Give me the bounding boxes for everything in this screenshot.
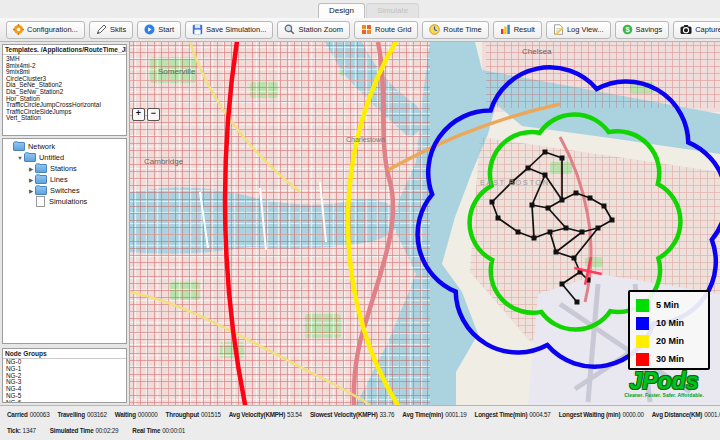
status-timers-row: Tick:1347Simulated Time00:02:29Real Time… xyxy=(0,423,720,438)
magnifier-icon xyxy=(284,24,295,35)
node-group-item[interactable]: NG-1 xyxy=(3,366,126,373)
log-view-button[interactable]: Log View... xyxy=(546,21,611,39)
network-station-node[interactable] xyxy=(560,156,565,161)
skits-button[interactable]: Skits xyxy=(89,21,133,39)
expander-closed-icon[interactable]: ▶ xyxy=(27,188,35,194)
tree-item-simulations[interactable]: Simulations xyxy=(3,196,126,207)
folder-icon xyxy=(35,164,47,173)
capture-screen-button[interactable]: Capture Screen xyxy=(673,21,720,39)
legend-label: 5 Min xyxy=(656,300,679,310)
toolbar: Configuration...SkitsStartSave Simulatio… xyxy=(0,18,720,42)
grid-icon xyxy=(361,24,372,35)
network-station-node[interactable] xyxy=(546,206,551,211)
node-group-item[interactable]: NG-0 xyxy=(3,359,126,366)
toolbar-button-label: Result xyxy=(514,25,535,34)
tree-item-label: Lines xyxy=(50,175,68,184)
templates-header: Templates. /Applications/RouteTime_JPo..… xyxy=(3,45,126,55)
start-button[interactable]: Start xyxy=(137,21,181,39)
map-label: Cambridge xyxy=(144,157,184,166)
save-simulation-button[interactable]: Save Simulation... xyxy=(185,21,273,39)
network-station-node[interactable] xyxy=(560,198,565,203)
network-station-node[interactable] xyxy=(610,218,615,223)
network-station-node[interactable] xyxy=(580,230,585,235)
app-window: Design Simulate Configuration...SkitsSta… xyxy=(0,0,720,440)
expander-open-icon[interactable]: ▼ xyxy=(16,155,24,161)
node-groups-panel: Node Groups NG-0NG-1NG-2NG-3NG-4NG-5NG-6… xyxy=(2,348,127,403)
result-button[interactable]: Result xyxy=(493,21,542,39)
chart-icon xyxy=(500,24,511,35)
network-station-node[interactable] xyxy=(560,282,565,287)
tree-item-stations[interactable]: ▶Stations xyxy=(3,163,126,174)
tree-item-untitled[interactable]: ▼Untitled xyxy=(3,152,126,163)
template-item[interactable]: Vert_Station xyxy=(3,115,126,122)
route-grid-button[interactable]: Route Grid xyxy=(354,21,418,39)
toolbar-button-label: Route Time xyxy=(443,25,481,34)
node-group-item[interactable]: NG-4 xyxy=(3,386,126,393)
legend-swatch xyxy=(636,335,649,348)
configuration-button[interactable]: Configuration... xyxy=(6,21,85,39)
network-station-node[interactable] xyxy=(575,300,580,305)
network-station-node[interactable] xyxy=(548,230,553,235)
status-metric: Carried000063 xyxy=(7,411,49,418)
network-station-node[interactable] xyxy=(532,236,537,241)
save-icon xyxy=(192,24,203,35)
network-station-node[interactable] xyxy=(526,166,531,171)
node-group-item[interactable]: NG-2 xyxy=(3,373,126,380)
network-station-node[interactable] xyxy=(516,230,521,235)
route-time-button[interactable]: Route Time xyxy=(422,21,488,39)
map-zoom-in-button[interactable]: + xyxy=(132,108,145,121)
tree-item-label: Network xyxy=(28,142,55,151)
toolbar-button-label: Station Zoom xyxy=(298,25,343,34)
jpods-logo: JPods Cleaner. Faster. Safer. Affordable… xyxy=(610,370,718,398)
legend-row: 30 Min xyxy=(636,350,708,368)
network-station-node[interactable] xyxy=(543,150,548,155)
status-timer: Tick:1347 xyxy=(7,427,36,434)
folder-icon xyxy=(13,142,25,151)
node-groups-header: Node Groups xyxy=(3,349,126,359)
network-station-node[interactable] xyxy=(572,256,577,261)
status-metric: Avg Distance(KM)0001.01 xyxy=(652,411,720,418)
node-group-item[interactable]: NG-5 xyxy=(3,393,126,400)
tab-design[interactable]: Design xyxy=(318,3,365,19)
legend-swatch xyxy=(636,299,649,312)
node-group-item[interactable]: NG-3 xyxy=(3,379,126,386)
map-zoom-out-button[interactable]: − xyxy=(147,108,160,121)
status-timer: Simulated Time00:02:29 xyxy=(50,427,119,434)
legend-label: 30 Min xyxy=(656,354,684,364)
savings-button[interactable]: $Savings xyxy=(615,21,670,39)
toolbar-button-label: Save Simulation... xyxy=(206,25,266,34)
tree-item-network[interactable]: Network xyxy=(3,141,126,152)
templates-panel: Templates. /Applications/RouteTime_JPo..… xyxy=(2,44,127,136)
network-station-node[interactable] xyxy=(554,250,559,255)
network-station-node[interactable] xyxy=(496,216,501,221)
status-metric: Longest Waiting (min)0000.00 xyxy=(559,411,644,418)
network-station-node[interactable] xyxy=(588,196,593,201)
network-station-node[interactable] xyxy=(596,226,601,231)
node-group-item[interactable]: NG-6 xyxy=(3,400,126,403)
node-groups-list: NG-0NG-1NG-2NG-3NG-4NG-5NG-6NG-7NG-8 xyxy=(3,359,126,403)
network-station-node[interactable] xyxy=(543,173,548,178)
network-station-node[interactable] xyxy=(490,200,495,205)
toolbar-button-label: Capture Screen xyxy=(695,25,720,34)
tree-item-lines[interactable]: ▶Lines xyxy=(3,174,126,185)
legend-swatch xyxy=(636,317,649,330)
expander-closed-icon[interactable]: ▶ xyxy=(27,166,35,172)
toolbar-button-label: Log View... xyxy=(567,25,604,34)
tree-item-switches[interactable]: ▶Switches xyxy=(3,185,126,196)
status-metric: Throughput001515 xyxy=(166,411,221,418)
network-station-node[interactable] xyxy=(602,204,607,209)
network-station-node[interactable] xyxy=(574,191,579,196)
pen-icon xyxy=(96,24,107,35)
legend-label: 10 Min xyxy=(656,318,684,328)
network-station-node[interactable] xyxy=(564,226,569,231)
expander-closed-icon[interactable]: ▶ xyxy=(27,177,35,183)
legend-label: 20 Min xyxy=(656,336,684,346)
status-metric: Travelling003162 xyxy=(57,411,106,418)
map-canvas[interactable]: + − 5 Min10 Min20 Min30 Min JPods Cleane… xyxy=(130,42,720,405)
tree-item-label: Simulations xyxy=(49,197,87,206)
network-station-node[interactable] xyxy=(530,203,535,208)
station-zoom-button[interactable]: Station Zoom xyxy=(277,21,350,39)
toolbar-button-label: Skits xyxy=(110,25,126,34)
status-metric: Avg Velocity(KMPH)53.54 xyxy=(229,411,302,418)
clock-icon xyxy=(429,24,440,35)
